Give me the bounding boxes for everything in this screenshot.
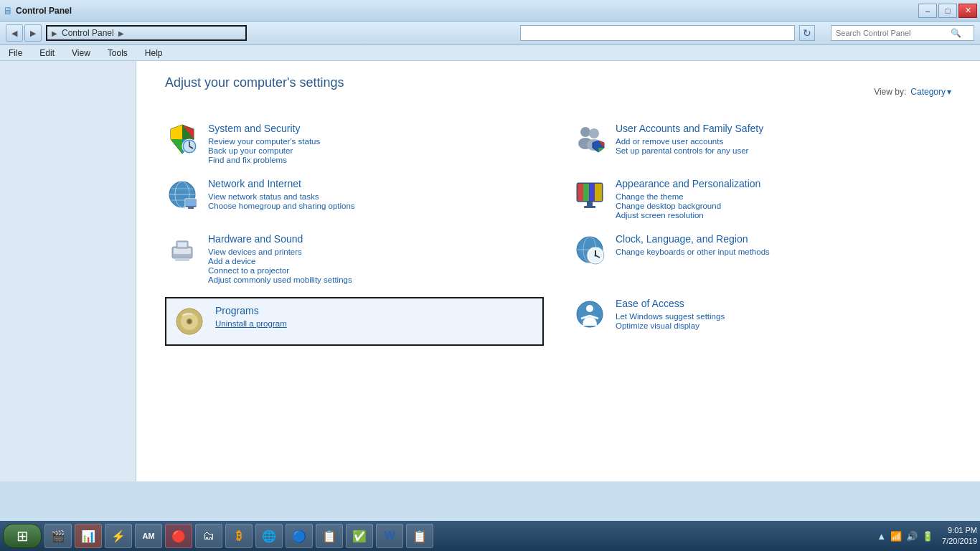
hardware-text: Hardware and Sound View devices and prin… (208, 232, 352, 284)
svg-point-44 (595, 255, 597, 257)
category-ease-access: Ease of Access Let Windows suggest setti… (573, 297, 951, 346)
svg-rect-28 (589, 184, 595, 201)
programs-links: Uninstall a program (215, 319, 287, 329)
category-programs: Programs Uninstall a program (165, 297, 544, 346)
user-accounts-links: Add or remove user accounts Set up paren… (616, 137, 763, 155)
sidebar (0, 61, 136, 481)
svg-rect-22 (186, 199, 196, 206)
link-parental-controls[interactable]: Set up parental controls for any user (616, 146, 763, 155)
menu-view[interactable]: View (69, 47, 93, 60)
address-bar: ▶ Control Panel ▶ (46, 25, 247, 41)
link-find-fix[interactable]: Find and fix problems (208, 156, 320, 164)
svg-rect-27 (583, 184, 589, 201)
tray-volume[interactable]: 🔊 (906, 531, 918, 542)
start-button[interactable]: ⊞ (3, 524, 42, 548)
link-windows-suggest[interactable]: Let Windows suggest settings (616, 312, 725, 321)
clock-time: 9:01 PM (942, 525, 977, 536)
taskbar-app-powerpoint[interactable]: 📊 (75, 524, 102, 548)
taskbar-app-vlc[interactable]: 🎬 (44, 524, 72, 548)
taskbar-app-arduino[interactable]: ⚡ (105, 524, 132, 548)
taskbar-app-stickynotes[interactable]: ✅ (346, 524, 373, 548)
taskbar-app-fiddler[interactable]: 🔴 (165, 524, 192, 548)
network-icon (165, 177, 199, 212)
svg-rect-31 (584, 206, 595, 208)
ease-access-title[interactable]: Ease of Access (616, 298, 684, 309)
taskbar-app-misc[interactable]: 📋 (406, 524, 433, 548)
menu-edit[interactable]: Edit (37, 47, 57, 60)
menu-file[interactable]: File (6, 47, 25, 60)
svg-point-9 (580, 127, 590, 137)
taskbar-app-btc[interactable]: ₿ (225, 524, 253, 548)
taskbar: ⊞ 🎬 📊 ⚡ AM 🔴 🗂 ₿ 🌐 🔵 📋 ✅ W 📋 ▲ 📶 🔊 🔋 9:0… (0, 521, 980, 551)
link-optimize-display[interactable]: Optimize visual display (616, 321, 725, 330)
tray-battery[interactable]: 🔋 (922, 531, 933, 542)
link-uninstall[interactable]: Uninstall a program (215, 319, 287, 329)
close-button[interactable]: ✕ (958, 4, 977, 18)
category-user-accounts: User Accounts and Family Safety Add or r… (573, 122, 951, 164)
link-keyboards[interactable]: Change keyboards or other input methods (616, 248, 770, 256)
link-change-theme[interactable]: Change the theme (616, 192, 760, 201)
ease-access-links: Let Windows suggest settings Optimize vi… (616, 312, 725, 330)
user-accounts-text: User Accounts and Family Safety Add or r… (616, 122, 763, 155)
menu-help[interactable]: Help (142, 47, 166, 60)
refresh-button[interactable]: ↻ (799, 25, 815, 41)
tray-chevron[interactable]: ▲ (877, 531, 886, 542)
link-devices-printers[interactable]: View devices and printers (208, 248, 352, 256)
category-clock: Clock, Language, and Region Change keybo… (573, 232, 951, 284)
link-homegroup[interactable]: Choose homegroup and sharing options (208, 202, 355, 210)
svg-point-48 (188, 320, 191, 323)
svg-point-11 (589, 128, 599, 138)
nav-buttons: ◀ ▶ (6, 24, 42, 42)
user-accounts-title[interactable]: User Accounts and Family Safety (616, 123, 763, 134)
ease-access-icon (573, 297, 607, 331)
hardware-title[interactable]: Hardware and Sound (208, 233, 303, 245)
svg-point-50 (586, 305, 593, 312)
view-by-button[interactable]: Category ▾ (910, 87, 951, 97)
search-icon[interactable]: 🔍 (951, 28, 961, 38)
taskbar-app-screenclip[interactable]: 📋 (316, 524, 343, 548)
maximize-button[interactable]: □ (938, 4, 957, 18)
clock-title[interactable]: Clock, Language, and Region (616, 233, 748, 245)
appearance-title[interactable]: Appearance and Personalization (616, 178, 760, 189)
ease-access-text: Ease of Access Let Windows suggest setti… (616, 297, 725, 330)
link-desktop-background[interactable]: Change desktop background (616, 202, 760, 210)
taskbar-app-network[interactable]: 🌐 (255, 524, 283, 548)
taskbar-app-word[interactable]: W (376, 524, 403, 548)
link-network-status[interactable]: View network status and tasks (208, 192, 355, 201)
link-projector[interactable]: Connect to a projector (208, 266, 352, 275)
clock[interactable]: 9:01 PM 7/20/2019 (942, 525, 977, 547)
page-title: Adjust your computer's settings (165, 75, 344, 90)
menu-tools[interactable]: Tools (105, 47, 131, 60)
link-add-remove-accounts[interactable]: Add or remove user accounts (616, 137, 763, 146)
search-input[interactable] (836, 29, 951, 37)
search-box[interactable]: 🔍 (831, 25, 974, 41)
network-title[interactable]: Network and Internet (208, 178, 301, 189)
taskbar-app-chrome[interactable]: 🔵 (286, 524, 313, 548)
tray-network[interactable]: 📶 (890, 531, 902, 542)
link-add-device[interactable]: Add a device (208, 257, 352, 265)
breadcrumb-item[interactable]: Control Panel (62, 28, 114, 38)
category-hardware: Hardware and Sound View devices and prin… (165, 232, 544, 284)
full-address-bar (520, 25, 795, 41)
content-area: Adjust your computer's settings View by:… (136, 61, 980, 373)
minimize-button[interactable]: – (918, 4, 937, 18)
svg-rect-26 (578, 184, 583, 201)
network-text: Network and Internet View network status… (208, 177, 355, 210)
system-security-title[interactable]: System and Security (208, 123, 300, 134)
programs-title[interactable]: Programs (215, 305, 259, 316)
menu-bar: File Edit View Tools Help (0, 45, 980, 61)
forward-button[interactable]: ▶ (24, 24, 42, 42)
taskbar-app-am[interactable]: AM (135, 524, 162, 548)
link-screen-resolution[interactable]: Adjust screen resolution (616, 211, 760, 220)
back-button[interactable]: ◀ (6, 24, 23, 42)
view-by-value: Category (910, 87, 946, 97)
breadcrumb-sep: ▶ (118, 29, 124, 37)
view-by-dropdown-icon[interactable]: ▾ (947, 87, 951, 97)
link-mobility[interactable]: Adjust commonly used mobility settings (208, 276, 352, 284)
taskbar-app-explorer[interactable]: 🗂 (195, 524, 222, 548)
windows-logo: ⊞ (17, 527, 29, 545)
link-review-status[interactable]: Review your computer's status (208, 137, 320, 146)
link-backup[interactable]: Back up your computer (208, 146, 320, 155)
user-accounts-icon (573, 122, 607, 156)
window-title: Control Panel (16, 6, 72, 16)
